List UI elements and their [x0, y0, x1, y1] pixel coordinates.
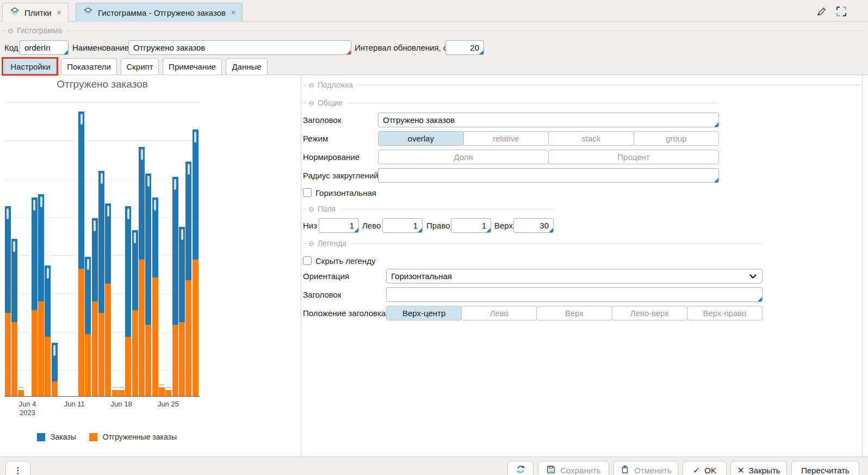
code-input[interactable] — [20, 41, 68, 54]
save-icon — [546, 465, 556, 475]
tab-label: Данные — [232, 62, 261, 71]
title-position-label: Положение заголовка — [303, 306, 386, 320]
horizontal-checkbox[interactable] — [303, 188, 312, 197]
tab-label: Показатели — [67, 62, 111, 71]
recalculate-button[interactable]: Пересчитать — [791, 461, 859, 475]
chart-preview: Отгружено заказов Jun 42023Jun 11Jun 18J… — [4, 78, 200, 454]
orientation-select[interactable]: Горизонтальная — [386, 269, 762, 283]
close-tab-icon[interactable]: × — [57, 8, 61, 17]
close-x-icon: ✕ — [737, 465, 744, 475]
bar-shipped — [112, 390, 118, 396]
field-corner-marker — [714, 122, 718, 127]
field-corner-marker — [346, 50, 351, 54]
menu-button[interactable]: ⋮ — [5, 461, 30, 475]
mode-segmented-control: overlay relative stack group — [378, 131, 719, 146]
interval-input[interactable] — [446, 41, 483, 54]
corner-radius-input[interactable] — [379, 169, 718, 182]
tab-script[interactable]: Скрипт — [121, 58, 159, 75]
horizontal-checkbox-label[interactable]: Горизонтальная — [315, 188, 376, 198]
bar-shipped — [119, 390, 125, 396]
bar-value-label — [47, 268, 49, 279]
fullscreen-icon[interactable] — [835, 5, 847, 20]
gridline — [4, 102, 200, 103]
bar-value-label — [33, 200, 35, 211]
cancel-button[interactable]: Отменить — [613, 461, 678, 475]
collapse-icon[interactable]: ⊖ — [308, 81, 314, 89]
window-tab-tiles[interactable]: Плитки × — [2, 3, 69, 22]
bar-value-label — [181, 229, 183, 240]
legend-label-shipped[interactable]: Отгруженные заказы — [103, 433, 177, 441]
legend-swatch-orders[interactable] — [37, 433, 45, 441]
mode-option-overlay[interactable]: overlay — [378, 131, 464, 146]
bar-value-label — [141, 149, 143, 160]
margin-right-input[interactable] — [451, 219, 491, 232]
margin-bottom-wrap — [319, 218, 359, 233]
mode-option-relative[interactable]: relative — [463, 131, 549, 146]
edit-pencil-icon[interactable] — [816, 5, 828, 20]
margin-right-wrap — [451, 218, 491, 233]
check-icon: ✓ — [693, 465, 700, 475]
bar-value-label — [101, 173, 103, 184]
bar-value-label — [40, 196, 42, 207]
bar-value-label — [134, 232, 136, 243]
collapse-icon[interactable]: ⊖ — [308, 99, 314, 107]
legend-label-orders[interactable]: Заказы — [51, 433, 76, 441]
chart-title-label: Заголовок — [303, 113, 342, 127]
group-backdrop: ⊖ Подложка — [303, 81, 862, 89]
mode-option-group[interactable]: group — [634, 131, 720, 146]
tab-label: Примечание — [169, 62, 216, 71]
margin-left-wrap — [382, 218, 423, 233]
tab-data[interactable]: Данные — [226, 58, 268, 75]
bar-value-label — [18, 387, 23, 388]
title-position-top[interactable]: Верх — [536, 306, 612, 320]
gridline — [4, 140, 200, 141]
collapse-icon[interactable]: ⊖ — [308, 205, 314, 213]
title-position-top-center[interactable]: Верх-центр — [386, 306, 462, 320]
bar-value-label — [147, 176, 150, 187]
margin-top-input[interactable] — [514, 219, 553, 232]
tab-indicators[interactable]: Показатели — [61, 58, 117, 75]
field-corner-marker — [758, 297, 762, 301]
bar-shipped — [185, 280, 191, 396]
refresh-button[interactable] — [507, 461, 534, 475]
collapse-icon[interactable]: ⊖ — [8, 27, 14, 35]
mode-option-stack[interactable]: stack — [548, 131, 634, 146]
normalization-option-share[interactable]: Доля — [378, 150, 549, 164]
bar-value-label — [154, 200, 156, 211]
bar-shipped — [18, 390, 24, 396]
title-position-top-right[interactable]: Верх-право — [687, 306, 762, 320]
tab-label: Скрипт — [126, 62, 153, 71]
field-corner-marker — [549, 228, 553, 232]
interval-label: Интервал обновления, с — [355, 40, 447, 55]
title-position-left[interactable]: Лево — [461, 306, 537, 320]
bar-value-label — [188, 164, 190, 175]
legend-title-label: Заголовок — [303, 287, 342, 302]
name-input[interactable] — [129, 41, 351, 54]
group-title: Легенда — [318, 239, 346, 248]
window-tab-histogram[interactable]: Гистограмма - Отгружено заказов × — [76, 3, 243, 22]
bar-shipped — [78, 269, 84, 396]
chart-title-input[interactable] — [379, 113, 718, 127]
close-button[interactable]: ✕ Закрыть — [730, 461, 787, 475]
group-margins: ⊖ Поля — [303, 205, 554, 213]
legend-swatch-shipped[interactable] — [89, 433, 97, 441]
bar-value-label — [127, 208, 129, 219]
margin-bottom-input[interactable] — [319, 219, 358, 232]
save-button[interactable]: Сохранить — [538, 461, 609, 475]
collapse-icon[interactable]: ⊖ — [308, 239, 314, 248]
ok-button-label: OK — [704, 466, 716, 475]
title-position-left-top[interactable]: Лево-верх — [612, 306, 687, 320]
interval-field-wrap — [445, 40, 484, 55]
bar-value-label — [113, 387, 117, 388]
code-field-wrap — [20, 40, 69, 55]
close-tab-icon[interactable]: × — [231, 8, 235, 17]
hide-legend-checkbox-label[interactable]: Скрыть легенду — [315, 256, 376, 266]
bar-shipped — [125, 337, 131, 396]
normalization-option-percent[interactable]: Процент — [548, 150, 719, 164]
legend-title-input[interactable] — [387, 288, 762, 301]
tab-settings[interactable]: Настройки — [4, 58, 57, 75]
margin-left-input[interactable] — [383, 219, 422, 232]
ok-button[interactable]: ✓ OK — [683, 461, 727, 475]
hide-legend-checkbox[interactable] — [303, 256, 312, 265]
tab-note[interactable]: Примечание — [163, 58, 222, 75]
